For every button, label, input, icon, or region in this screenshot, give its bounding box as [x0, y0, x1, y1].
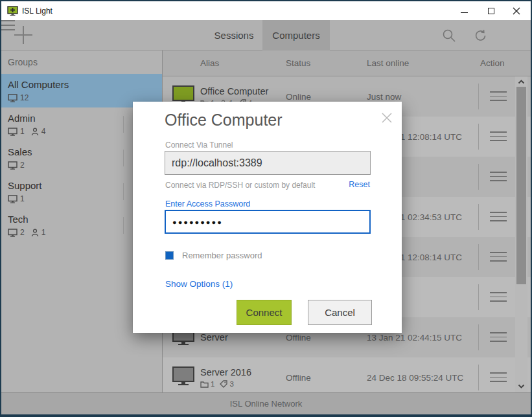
title-bar: ISL Light	[1, 1, 531, 20]
row-actions-icon[interactable]	[490, 252, 507, 265]
user-icon	[31, 229, 39, 237]
row-actions-icon[interactable]	[490, 332, 507, 345]
toolbar: Sessions Computers	[1, 20, 531, 51]
col-action: Action	[480, 58, 505, 68]
password-input[interactable]	[165, 210, 371, 234]
status-bar: ISL Online Network	[1, 392, 531, 414]
scroll-up-icon[interactable]	[515, 76, 527, 87]
search-icon[interactable]	[442, 28, 456, 43]
row-actions-icon[interactable]	[490, 172, 507, 185]
dialog-close-button[interactable]	[381, 112, 393, 124]
main-menu-icon[interactable]	[1, 20, 15, 30]
folder-icon	[200, 381, 209, 388]
monitor-icon	[8, 161, 17, 170]
maximize-button[interactable]	[478, 1, 504, 20]
close-icon	[381, 112, 393, 124]
window-close-button[interactable]	[503, 1, 529, 20]
tunnel-label: Connect Via Tunnel	[165, 141, 233, 150]
col-status: Status	[286, 58, 310, 68]
monitor-icon	[8, 195, 17, 203]
table-row[interactable]: Server 2016 1 3 Offline 24 Dec 18 09:55:…	[163, 357, 531, 392]
monitor-icon	[8, 94, 17, 102]
connect-dialog: Office Computer Connect Via Tunnel Conne…	[133, 102, 402, 333]
remember-checkbox[interactable]	[165, 251, 174, 260]
table-header: Alias Status Last online Action	[163, 51, 531, 76]
row-actions-icon[interactable]	[490, 91, 507, 104]
scrollbar-thumb[interactable]	[516, 87, 526, 284]
row-actions-icon[interactable]	[490, 372, 507, 385]
reset-link[interactable]: Reset	[349, 180, 370, 189]
tunnel-help-text: Connect via RDP/SSH or custom by default	[165, 181, 315, 190]
row-actions-icon[interactable]	[490, 212, 507, 225]
tab-sessions[interactable]: Sessions	[205, 20, 262, 51]
password-label[interactable]: Enter Access Password	[165, 199, 250, 208]
last-online-cell: 24 Dec 18 09:55:24 UTC	[367, 357, 463, 392]
col-last-online: Last online	[367, 58, 409, 68]
minimize-button[interactable]	[451, 1, 477, 20]
row-actions-icon[interactable]	[490, 292, 507, 305]
close-icon	[513, 7, 520, 15]
monitor-icon	[8, 229, 17, 237]
cancel-button[interactable]: Cancel	[308, 300, 372, 325]
remember-password-row[interactable]: Remember password	[165, 251, 262, 260]
tab-computers[interactable]: Computers	[262, 20, 330, 51]
app-logo-icon	[7, 6, 18, 16]
remember-label: Remember password	[182, 251, 262, 260]
scroll-down-icon[interactable]	[515, 381, 527, 391]
window-title: ISL Light	[22, 6, 52, 16]
isl-light-window: ISL Light Sessions Computers Groups All …	[0, 0, 532, 417]
computer-monitor-icon	[172, 366, 194, 385]
refresh-icon[interactable]	[474, 28, 488, 43]
tunnel-input[interactable]	[165, 151, 371, 175]
vertical-scrollbar[interactable]	[515, 76, 527, 392]
dialog-title: Office Computer	[165, 111, 283, 130]
monitor-icon	[8, 128, 17, 136]
network-status-text: ISL Online Network	[230, 399, 303, 409]
col-alias: Alias	[200, 58, 219, 68]
row-actions-icon[interactable]	[490, 131, 507, 144]
status-cell: Offline	[286, 357, 311, 392]
connect-button[interactable]: Connect	[237, 300, 292, 325]
groups-header: Groups	[1, 51, 162, 74]
tag-icon	[220, 380, 227, 388]
add-session-button[interactable]	[14, 26, 32, 44]
show-options-link[interactable]: Show Options (1)	[165, 279, 233, 289]
user-icon	[31, 128, 39, 136]
